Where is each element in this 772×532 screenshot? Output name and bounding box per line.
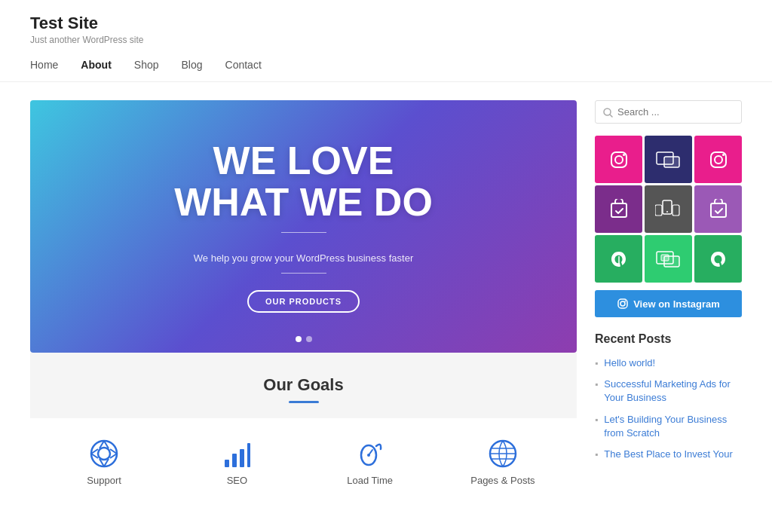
feature-loadtime: Load Time	[304, 436, 437, 486]
dot-1	[296, 336, 302, 342]
instagram-grid	[595, 136, 742, 283]
ig-cell-1[interactable]	[595, 136, 642, 183]
svg-rect-36	[711, 203, 726, 217]
goals-underline	[289, 401, 319, 403]
ig-cell-4[interactable]	[595, 185, 642, 233]
pages-icon	[437, 436, 569, 469]
nav-shop[interactable]: Shop	[134, 59, 159, 71]
post-icon-2: ▪	[595, 379, 598, 390]
view-instagram-button[interactable]: View on Instagram	[595, 290, 742, 317]
search-input[interactable]	[617, 106, 734, 118]
main-content: WE LOVE WHAT WE DO We help you grow your…	[30, 100, 577, 494]
post-link-3[interactable]: Let's Building Your Business from Scratc…	[604, 413, 742, 440]
hero-cta-button[interactable]: OUR PRODUCTS	[247, 290, 360, 313]
svg-line-22	[610, 115, 612, 117]
nav-blog[interactable]: Blog	[182, 59, 203, 71]
recent-post-1: ▪ Hello world!	[595, 356, 742, 370]
svg-point-29	[715, 156, 722, 164]
sidebar: View on Instagram Recent Posts ▪ Hello w…	[595, 100, 742, 494]
feature-seo-label: SEO	[170, 475, 303, 486]
post-icon-3: ▪	[595, 414, 598, 425]
nav-about[interactable]: About	[81, 59, 111, 71]
svg-rect-11	[232, 454, 237, 467]
nav-home[interactable]: Home	[30, 59, 58, 71]
svg-point-25	[623, 154, 625, 156]
ig-cell-8[interactable]	[645, 235, 692, 283]
svg-rect-12	[240, 449, 244, 467]
svg-point-33	[666, 211, 668, 212]
search-box[interactable]	[595, 100, 742, 124]
svg-point-30	[722, 154, 725, 156]
svg-rect-13	[247, 443, 250, 467]
ig-cell-6[interactable]	[694, 185, 742, 233]
post-link-4[interactable]: The Best Place to Invest Your	[604, 448, 733, 461]
post-icon-1: ▪	[595, 358, 598, 368]
feature-loadtime-label: Load Time	[304, 475, 437, 486]
recent-post-4: ▪ The Best Place to Invest Your	[595, 448, 742, 461]
recent-post-2: ▪ Successful Marketing Ads for Your Busi…	[595, 378, 742, 405]
svg-rect-31	[611, 203, 626, 217]
hero-divider2	[281, 273, 326, 274]
hero-subtitle: We help you grow your WordPress business…	[194, 252, 413, 264]
svg-point-0	[91, 441, 117, 466]
support-icon	[38, 436, 170, 469]
feature-seo: SEO	[170, 436, 303, 486]
svg-rect-35	[672, 205, 679, 216]
seo-icon	[170, 436, 303, 469]
ig-cell-2[interactable]	[645, 136, 692, 183]
main-nav: Home About Shop Blog Contact	[30, 45, 742, 81]
site-tagline: Just another WordPress site	[30, 35, 742, 45]
post-link-2[interactable]: Successful Marketing Ads for Your Busine…	[604, 378, 742, 405]
ig-cell-5[interactable]	[645, 185, 692, 233]
goals-section: Our Goals	[30, 353, 577, 418]
svg-rect-34	[655, 205, 662, 216]
svg-rect-27	[664, 157, 679, 167]
hero-title: WE LOVE WHAT WE DO	[174, 140, 433, 222]
nav-contact[interactable]: Contact	[225, 59, 262, 71]
feature-support-label: Support	[38, 475, 170, 486]
dot-2	[306, 336, 312, 342]
svg-rect-10	[225, 460, 229, 467]
loadtime-icon	[304, 436, 437, 469]
slider-dots	[296, 336, 312, 342]
svg-point-1	[98, 448, 110, 460]
view-instagram-label: View on Instagram	[633, 298, 720, 310]
recent-post-3: ▪ Let's Building Your Business from Scra…	[595, 413, 742, 440]
recent-posts-section: Recent Posts ▪ Hello world! ▪ Successful…	[595, 332, 742, 461]
post-link-1[interactable]: Hello world!	[604, 356, 655, 370]
recent-posts-title: Recent Posts	[595, 332, 742, 346]
post-icon-4: ▪	[595, 449, 598, 460]
feature-support: Support	[38, 436, 170, 486]
goals-title: Our Goals	[45, 375, 562, 395]
svg-rect-39	[664, 256, 679, 267]
search-icon	[603, 106, 613, 118]
svg-point-41	[620, 301, 625, 306]
ig-cell-9[interactable]	[694, 235, 742, 283]
hero-slider: WE LOVE WHAT WE DO We help you grow your…	[30, 100, 577, 353]
svg-point-42	[625, 301, 626, 302]
feature-pages-label: Pages & Posts	[437, 475, 569, 486]
hero-divider	[281, 232, 326, 233]
ig-cell-3[interactable]	[694, 136, 742, 183]
features-row: Support SEO	[30, 418, 577, 494]
ig-cell-7[interactable]	[595, 235, 642, 283]
svg-point-24	[615, 156, 623, 164]
site-title: Test Site	[30, 14, 742, 33]
feature-pages: Pages & Posts	[437, 436, 569, 486]
svg-point-16	[367, 454, 370, 457]
